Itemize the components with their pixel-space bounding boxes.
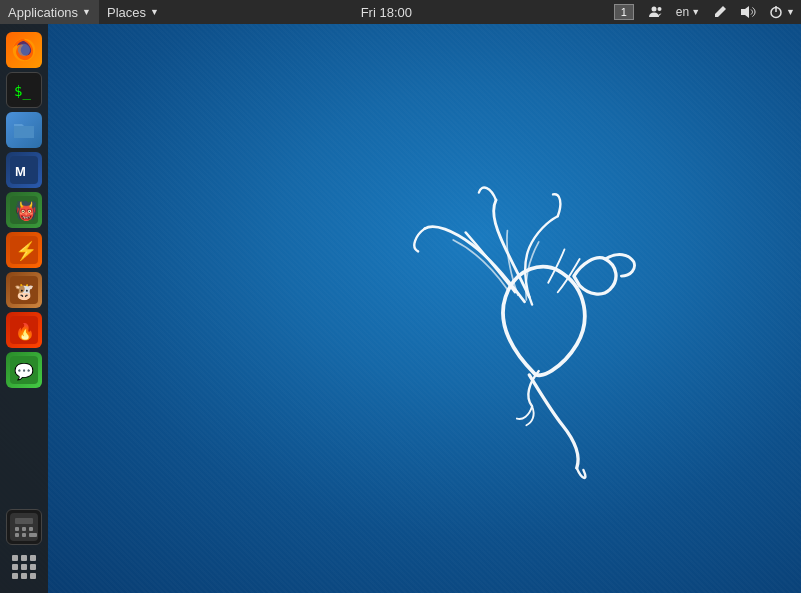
- sidebar-item-burp[interactable]: ⚡: [6, 232, 42, 268]
- svg-rect-25: [29, 527, 33, 531]
- svg-text:🔥: 🔥: [15, 322, 35, 341]
- svg-text:👹: 👹: [15, 200, 38, 222]
- applications-menu[interactable]: Applications ▼: [0, 0, 99, 24]
- sidebar-item-show-apps[interactable]: [6, 549, 42, 585]
- svg-text:💬: 💬: [14, 362, 34, 381]
- pencil-icon: [712, 4, 728, 20]
- sidebar-item-msf[interactable]: 👹: [6, 192, 42, 228]
- sidebar-item-flameshot[interactable]: 🔥: [6, 312, 42, 348]
- top-panel: Applications ▼ Places ▼ Fri 18:00 1: [0, 0, 801, 24]
- flameshot-icon: 🔥: [10, 316, 38, 344]
- sidebar-item-files[interactable]: [6, 112, 42, 148]
- volume-icon: [740, 4, 756, 20]
- applications-label: Applications: [8, 5, 78, 20]
- svg-text:$_: $_: [14, 83, 31, 100]
- sidebar: $_ M 👹 ⚡: [0, 24, 48, 593]
- places-menu[interactable]: Places ▼: [99, 0, 167, 24]
- msf-icon: 👹: [10, 196, 38, 224]
- svg-rect-24: [22, 527, 26, 531]
- svg-text:M: M: [15, 164, 26, 179]
- clock: Fri 18:00: [361, 5, 412, 20]
- svg-marker-2: [741, 6, 749, 18]
- beef-icon: 🐮: [10, 276, 38, 304]
- svg-rect-23: [15, 527, 19, 531]
- sidebar-item-beef[interactable]: 🐮: [6, 272, 42, 308]
- svg-text:🐮: 🐮: [14, 282, 34, 301]
- panel-left: Applications ▼ Places ▼: [0, 0, 167, 24]
- firefox-icon: [10, 36, 38, 64]
- applications-arrow: ▼: [82, 7, 91, 17]
- workspace-number: 1: [614, 4, 634, 20]
- svg-point-6: [18, 44, 30, 56]
- burp-icon: ⚡: [10, 236, 38, 264]
- svg-rect-22: [15, 518, 33, 524]
- svg-rect-28: [29, 533, 37, 537]
- kali-dragon-logo: [325, 126, 705, 506]
- language-btn[interactable]: en ▼: [670, 0, 706, 24]
- messaging-icon: 💬: [10, 356, 38, 384]
- svg-rect-26: [15, 533, 19, 537]
- maltego-icon: M: [10, 156, 38, 184]
- pencil-btn[interactable]: [706, 0, 734, 24]
- desktop: Applications ▼ Places ▼ Fri 18:00 1: [0, 0, 801, 593]
- svg-rect-27: [22, 533, 26, 537]
- calculator-icon: [10, 513, 38, 541]
- volume-btn[interactable]: [734, 0, 762, 24]
- power-btn[interactable]: ▼: [762, 0, 801, 24]
- people-icon: [648, 4, 664, 20]
- sidebar-item-maltego[interactable]: M: [6, 152, 42, 188]
- language-label: en: [676, 5, 689, 19]
- sidebar-item-terminal[interactable]: $_: [6, 72, 42, 108]
- panel-right: 1 en ▼: [606, 0, 801, 24]
- sidebar-item-firefox[interactable]: [6, 32, 42, 68]
- terminal-icon: $_: [10, 76, 38, 104]
- svg-text:⚡: ⚡: [15, 240, 38, 262]
- people-icon-btn[interactable]: [642, 0, 670, 24]
- grid-icon: [12, 555, 36, 579]
- language-arrow: ▼: [691, 7, 700, 17]
- workspace-switcher[interactable]: 1: [606, 0, 642, 24]
- files-icon: [10, 116, 38, 144]
- svg-point-0: [651, 7, 656, 12]
- sidebar-item-calculator[interactable]: [6, 509, 42, 545]
- panel-center: Fri 18:00: [167, 0, 606, 24]
- places-label: Places: [107, 5, 146, 20]
- svg-point-1: [657, 7, 661, 11]
- places-arrow: ▼: [150, 7, 159, 17]
- sidebar-item-messaging[interactable]: 💬: [6, 352, 42, 388]
- power-arrow: ▼: [786, 7, 795, 17]
- power-icon: [768, 4, 784, 20]
